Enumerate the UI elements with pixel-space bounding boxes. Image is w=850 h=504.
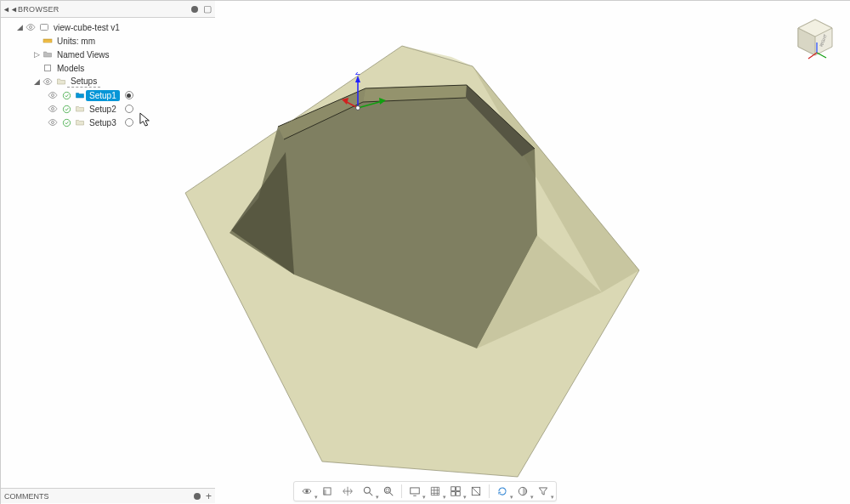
- tree-units[interactable]: Units: mm: [1, 34, 215, 48]
- reset-button[interactable]: ▾: [493, 483, 512, 500]
- svg-point-27: [356, 106, 360, 110]
- svg-rect-63: [456, 492, 461, 496]
- browser-header[interactable]: ◄◄ BROWSER ▢: [1, 1, 215, 18]
- eye-icon[interactable]: [25, 21, 37, 33]
- pan-button[interactable]: [338, 483, 357, 500]
- setups-label[interactable]: Setups: [67, 76, 100, 88]
- svg-point-49: [63, 119, 70, 126]
- units-label[interactable]: Units: mm: [54, 36, 99, 47]
- collapse-icon[interactable]: ◄◄: [4, 5, 16, 14]
- setup-icon: [74, 89, 86, 101]
- setup-label[interactable]: Setup1: [86, 90, 120, 101]
- tree-setup-3[interactable]: Setup3: [1, 116, 215, 129]
- look-at-button[interactable]: [318, 483, 337, 500]
- comments-panel-header[interactable]: COMMENTS +: [1, 488, 215, 503]
- svg-point-53: [364, 487, 370, 493]
- svg-line-57: [390, 493, 394, 496]
- eye-icon[interactable]: [47, 103, 59, 115]
- folder-icon: [42, 48, 54, 60]
- svg-line-23: [358, 101, 382, 108]
- eye-icon[interactable]: [47, 116, 59, 128]
- named-views-label[interactable]: Named Views: [54, 49, 113, 60]
- expand-icon[interactable]: +: [206, 491, 212, 501]
- svg-point-55: [384, 487, 390, 493]
- active-setup-radio[interactable]: [125, 105, 133, 113]
- section-analysis-button[interactable]: [467, 483, 485, 500]
- tree-setup-1[interactable]: Setup1: [1, 88, 215, 102]
- svg-point-47: [63, 105, 70, 112]
- eye-icon[interactable]: [47, 89, 59, 101]
- active-setup-radio[interactable]: [125, 91, 133, 99]
- svg-rect-62: [451, 492, 456, 496]
- tree-named-views[interactable]: ▷ Named Views: [1, 48, 215, 61]
- display-settings-button[interactable]: ▾: [405, 483, 424, 500]
- svg-rect-60: [451, 487, 456, 491]
- svg-rect-56: [386, 489, 389, 492]
- tree-setup-2[interactable]: Setup2: [1, 102, 215, 116]
- zoom-button[interactable]: ▾: [359, 483, 377, 500]
- comments-title: COMMENTS: [4, 492, 49, 501]
- wcs-axis-triad: Z: [337, 72, 405, 123]
- body-icon: [42, 62, 54, 74]
- grid-snaps-button[interactable]: ▾: [426, 483, 445, 500]
- check-ok-icon: [60, 116, 72, 128]
- panel-control-icon[interactable]: ▢: [203, 4, 212, 14]
- svg-point-35: [30, 26, 32, 29]
- toolbar-separator: [489, 484, 490, 498]
- svg-line-33: [817, 53, 826, 58]
- check-ok-icon: [60, 103, 72, 115]
- setup-icon: [74, 103, 86, 115]
- navigation-toolbar: ▾ ▾ ▾ ▾ ▾: [293, 481, 557, 501]
- svg-point-46: [52, 108, 54, 110]
- twisty-open-icon[interactable]: ◢: [14, 23, 25, 31]
- twisty-closed-icon[interactable]: ▷: [31, 50, 42, 59]
- eye-icon[interactable]: [42, 76, 54, 88]
- svg-marker-26: [342, 98, 348, 105]
- tree-setups[interactable]: ◢ Setups: [1, 75, 215, 88]
- toolbar-separator: [401, 484, 402, 498]
- svg-point-44: [52, 94, 54, 97]
- cursor-icon: [139, 112, 151, 127]
- filter-button[interactable]: ▾: [534, 483, 552, 500]
- svg-text:Z: Z: [355, 72, 360, 76]
- active-setup-radio[interactable]: [125, 118, 133, 127]
- svg-rect-42: [45, 65, 51, 71]
- browser-title: BROWSER: [16, 5, 60, 14]
- browser-panel: ◄◄ BROWSER ▢ ◢ view-cube-test v1: [1, 1, 215, 503]
- svg-marker-21: [355, 76, 360, 82]
- tree-root-label[interactable]: view-cube-test v1: [50, 22, 123, 33]
- setup-label[interactable]: Setup3: [86, 117, 120, 128]
- svg-point-43: [47, 81, 49, 83]
- svg-point-48: [52, 122, 54, 124]
- svg-point-50: [305, 490, 309, 493]
- setup-icon: [74, 116, 86, 128]
- tree-root[interactable]: ◢ view-cube-test v1: [1, 20, 215, 34]
- setup-folder-icon: [55, 76, 67, 88]
- ruler-icon: [42, 35, 54, 47]
- svg-marker-24: [379, 98, 386, 105]
- fit-button[interactable]: [379, 483, 398, 500]
- browser-tree[interactable]: ◢ view-cube-test v1 Units: mm: [1, 18, 215, 129]
- svg-rect-37: [43, 39, 52, 42]
- check-ok-icon: [60, 89, 72, 101]
- setup-label[interactable]: Setup2: [86, 104, 120, 115]
- svg-point-45: [63, 92, 70, 99]
- twisty-open-icon[interactable]: ◢: [31, 77, 42, 86]
- svg-rect-61: [456, 487, 461, 491]
- options-dot-icon[interactable]: [194, 493, 201, 500]
- svg-rect-52: [323, 490, 326, 495]
- viewcube[interactable]: RIGHT: [788, 14, 841, 67]
- svg-line-54: [370, 493, 373, 496]
- orbit-button[interactable]: ▾: [298, 483, 316, 500]
- svg-rect-58: [411, 488, 420, 494]
- tree-models[interactable]: Models: [1, 61, 215, 75]
- component-icon: [38, 21, 50, 33]
- svg-rect-36: [41, 25, 48, 31]
- render-as-button[interactable]: ▾: [513, 483, 532, 500]
- models-label[interactable]: Models: [54, 63, 88, 74]
- options-dot-icon[interactable]: [191, 6, 198, 13]
- viewports-button[interactable]: ▾: [446, 483, 465, 500]
- svg-line-65: [472, 487, 479, 495]
